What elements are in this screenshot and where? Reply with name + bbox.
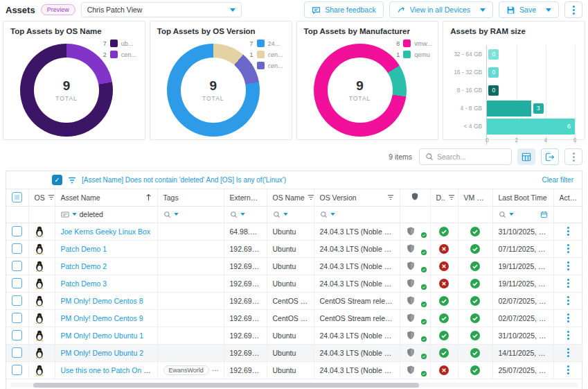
legend-item[interactable]: 1cen... xyxy=(249,62,285,69)
col-header-d[interactable]: D.. xyxy=(430,189,458,206)
asset-name-link[interactable]: PM Only! Demo Centos 9 xyxy=(61,314,143,322)
search-icon[interactable] xyxy=(499,211,506,218)
asset-name-filter-value[interactable]: deleted xyxy=(80,210,103,218)
row-checkbox[interactable] xyxy=(12,243,22,254)
legend-item[interactable]: 1cen... xyxy=(249,51,285,58)
sort-ascending-icon[interactable] xyxy=(145,193,152,201)
search-input[interactable] xyxy=(437,153,499,161)
row-select-cell[interactable] xyxy=(6,223,28,240)
chevron-down-icon[interactable] xyxy=(240,213,245,216)
col-header-os-name[interactable]: OS Name xyxy=(267,189,314,206)
row-actions-cell[interactable] xyxy=(553,361,583,379)
col-header-external-ip[interactable]: External IP xyxy=(224,189,267,206)
more-options-button[interactable] xyxy=(564,1,582,18)
col-header-security[interactable] xyxy=(400,189,430,206)
chevron-down-icon[interactable] xyxy=(72,213,77,216)
search-icon[interactable] xyxy=(273,211,280,218)
bar-row[interactable]: 0 xyxy=(487,63,575,81)
chevron-down-icon[interactable] xyxy=(283,213,288,216)
asset-name-link[interactable]: PM Only! Demo Ubuntu 1 xyxy=(61,331,144,340)
col-header-os-version[interactable]: OS Version xyxy=(314,189,400,206)
row-select-cell[interactable] xyxy=(6,344,28,361)
row-actions-cell[interactable] xyxy=(553,240,583,257)
row-select-cell[interactable] xyxy=(6,327,28,344)
search-icon[interactable] xyxy=(230,211,238,218)
legend-item[interactable]: 7ub... xyxy=(103,40,139,47)
export-button[interactable] xyxy=(541,148,559,165)
calendar-icon[interactable] xyxy=(540,211,548,218)
column-filter-icon[interactable] xyxy=(448,194,455,200)
row-select-cell[interactable] xyxy=(6,257,28,275)
chevron-down-icon[interactable] xyxy=(480,8,485,12)
row-checkbox[interactable] xyxy=(12,278,22,288)
row-actions-cell[interactable] xyxy=(553,257,583,275)
asset-name-link[interactable]: Patch Demo 2 xyxy=(61,262,107,270)
legend-item[interactable]: 2cen... xyxy=(103,51,139,58)
row-actions-cell[interactable] xyxy=(553,275,583,292)
bar-row[interactable]: 6 xyxy=(487,117,575,135)
row-select-cell[interactable] xyxy=(6,275,28,292)
row-checkbox[interactable] xyxy=(12,295,22,306)
asset-name-link[interactable]: Patch Demo 3 xyxy=(61,279,107,288)
filter-operator-icon[interactable] xyxy=(61,211,69,218)
row-actions-cell[interactable] xyxy=(553,309,583,327)
filter-cell-os-version[interactable] xyxy=(314,206,400,223)
horizontal-scrollbar[interactable] xyxy=(10,383,578,388)
select-all-header[interactable] xyxy=(6,189,28,206)
filter-cell-tags[interactable] xyxy=(157,206,224,223)
legend-item[interactable]: 8vmw... xyxy=(396,40,432,47)
legend-item[interactable]: 724... xyxy=(249,40,285,47)
donut-chart-os-version[interactable]: 9 TOTAL xyxy=(167,44,260,137)
bar-row[interactable]: 0 xyxy=(487,81,575,99)
asset-name-link[interactable]: PM Only! Demo Ubuntu 2 xyxy=(61,349,144,357)
tag-pill[interactable]: EwansWorld xyxy=(163,365,209,375)
row-checkbox[interactable] xyxy=(12,347,22,358)
columns-settings-button[interactable] xyxy=(517,148,535,165)
asset-name-link[interactable]: Use this one to Patch On Demand xyxy=(61,366,158,374)
column-filter-icon[interactable] xyxy=(48,194,55,200)
row-checkbox[interactable] xyxy=(12,226,22,236)
col-header-asset-name[interactable]: Asset Name xyxy=(55,189,157,206)
chevron-down-icon[interactable] xyxy=(509,213,514,216)
row-actions-cell[interactable] xyxy=(553,327,583,344)
asset-name-link[interactable]: Joe Kerns Geeky Linux Box xyxy=(61,227,151,236)
bar-row[interactable]: 3 xyxy=(487,99,575,117)
col-header-os[interactable]: OS xyxy=(28,189,55,206)
column-filter-icon[interactable] xyxy=(387,194,394,200)
filter-cell-os[interactable] xyxy=(28,206,55,223)
bar[interactable] xyxy=(487,119,575,135)
chevron-down-icon[interactable] xyxy=(546,8,551,12)
filter-cell-asset-name[interactable]: deleted xyxy=(55,206,157,223)
chevron-down-icon[interactable] xyxy=(174,213,179,216)
search-icon[interactable] xyxy=(163,211,171,218)
row-actions-cell[interactable] xyxy=(553,292,583,309)
asset-name-link[interactable]: PM Only! Demo Centos 8 xyxy=(61,297,143,305)
row-checkbox[interactable] xyxy=(12,330,22,340)
save-button[interactable]: Save xyxy=(499,1,559,18)
view-in-all-devices-button[interactable]: View in all Devices xyxy=(389,1,493,18)
row-select-cell[interactable] xyxy=(6,292,28,309)
view-selector[interactable]: Chris Patch View xyxy=(81,2,242,17)
row-checkbox[interactable] xyxy=(12,261,22,271)
filter-cell-os-name[interactable] xyxy=(267,206,314,223)
filter-cell-external-ip[interactable] xyxy=(224,206,267,223)
chevron-down-icon[interactable] xyxy=(330,213,335,216)
asset-name-link[interactable]: Patch Demo 1 xyxy=(61,245,107,253)
donut-chart-os-name[interactable]: 9 TOTAL xyxy=(20,44,113,137)
row-checkbox[interactable] xyxy=(12,365,22,375)
bar-row[interactable]: 0 xyxy=(487,45,575,63)
col-header-last-boot[interactable]: Last Boot Time xyxy=(492,189,553,206)
col-header-tags[interactable]: Tags xyxy=(157,189,224,206)
column-filter-icon[interactable] xyxy=(308,194,314,200)
search-box[interactable] xyxy=(419,148,512,165)
donut-chart-manufacturer[interactable]: 9 TOTAL xyxy=(314,44,407,137)
filter-enabled-checkbox[interactable]: ✓ xyxy=(52,175,62,185)
col-header-actions[interactable]: Actions xyxy=(553,189,583,206)
filter-cell-last-boot[interactable] xyxy=(492,206,553,223)
share-feedback-button[interactable]: Share feedback xyxy=(304,1,384,18)
row-checkbox[interactable] xyxy=(12,313,22,323)
filter-expression[interactable]: [Asset Name] Does not contain 'deleted' … xyxy=(82,176,536,184)
legend-item[interactable]: 1qemu xyxy=(396,51,432,58)
table-more-options-button[interactable] xyxy=(564,148,582,165)
col-header-vm-status[interactable]: VM Sta... xyxy=(458,189,492,206)
